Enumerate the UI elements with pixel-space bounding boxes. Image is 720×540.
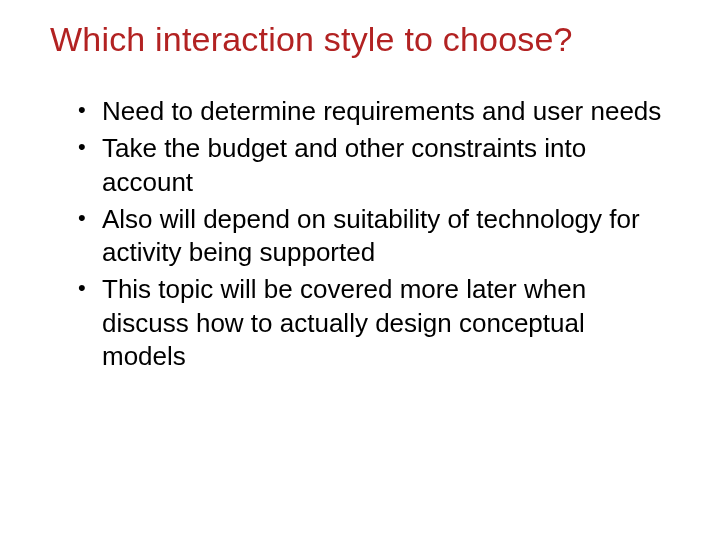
slide: Which interaction style to choose? Need … (0, 0, 720, 540)
slide-title: Which interaction style to choose? (50, 20, 670, 59)
list-item: Need to determine requirements and user … (78, 95, 670, 128)
list-item: Also will depend on suitability of techn… (78, 203, 670, 270)
list-item: This topic will be covered more later wh… (78, 273, 670, 373)
list-item: Take the budget and other constraints in… (78, 132, 670, 199)
bullet-list: Need to determine requirements and user … (50, 95, 670, 373)
